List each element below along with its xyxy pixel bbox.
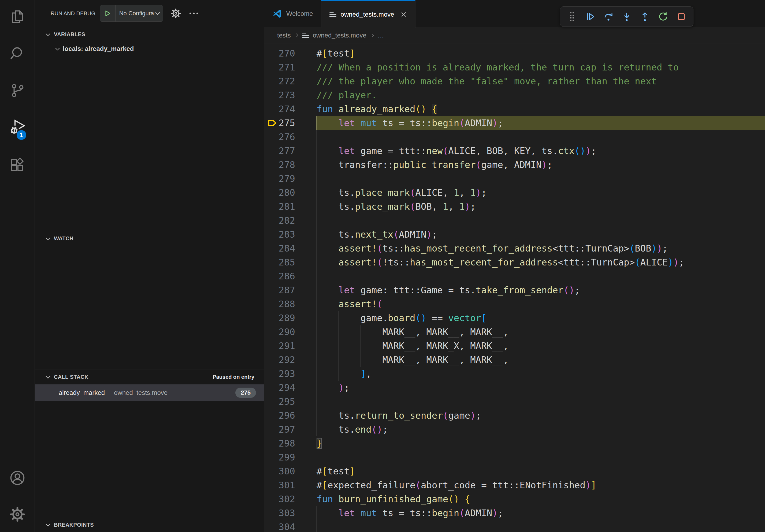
code-text[interactable]: /// the player who made the "false" move… — [317, 74, 765, 88]
source-control-icon[interactable] — [9, 82, 26, 99]
code-text[interactable]: transfer::public_transfer(game, ADMIN); — [317, 158, 765, 172]
line-number[interactable]: 280 — [264, 186, 295, 199]
gutter[interactable]: 299 — [264, 450, 317, 464]
code-text[interactable]: let mut ts = ts::begin(ADMIN); — [317, 506, 765, 520]
code-text[interactable]: game.board() == vector[ — [317, 311, 765, 325]
line-number[interactable]: 288 — [264, 297, 295, 311]
line-number[interactable]: 272 — [264, 74, 295, 88]
line-number[interactable]: 285 — [264, 255, 295, 269]
gutter[interactable]: 274 — [264, 102, 317, 116]
gutter[interactable]: 292 — [264, 353, 317, 367]
gutter[interactable]: 285 — [264, 255, 317, 269]
explorer-icon[interactable] — [9, 8, 26, 25]
stop-icon[interactable] — [675, 10, 688, 23]
code-text[interactable]: /// player. — [317, 88, 765, 102]
debug-configuration-dropdown[interactable]: No Configura — [100, 5, 164, 22]
settings-gear-icon[interactable] — [9, 506, 26, 523]
line-number[interactable]: 287 — [264, 283, 295, 297]
gutter[interactable]: 271 — [264, 60, 317, 74]
line-number[interactable]: 282 — [264, 213, 295, 227]
line-number[interactable]: 304 — [264, 520, 295, 532]
line-number[interactable]: 303 — [264, 506, 295, 520]
search-icon[interactable] — [9, 45, 26, 62]
line-number[interactable]: 274 — [264, 102, 295, 116]
gutter[interactable]: 301 — [264, 478, 317, 492]
gutter[interactable]: 284 — [264, 241, 317, 255]
code-text[interactable]: MARK__, MARK__, MARK__, — [317, 325, 765, 339]
call-stack-section-header[interactable]: CALL STACK Paused on entry — [35, 370, 264, 385]
step-into-icon[interactable] — [620, 10, 633, 23]
configure-gear-icon[interactable] — [170, 8, 182, 19]
code-text[interactable] — [317, 130, 765, 144]
code-text[interactable]: MARK__, MARK_X, MARK__, — [317, 339, 765, 353]
code-text[interactable]: assert!( — [317, 297, 765, 311]
line-number[interactable]: 302 — [264, 492, 295, 506]
code-text[interactable]: assert!(ts::has_most_recent_for_address<… — [317, 241, 765, 255]
gutter[interactable]: 294 — [264, 381, 317, 395]
gutter[interactable]: 291 — [264, 339, 317, 353]
gutter[interactable]: 279 — [264, 172, 317, 186]
gutter[interactable]: 295 — [264, 395, 317, 408]
code-text[interactable]: #[test] — [317, 464, 765, 478]
line-number[interactable]: 299 — [264, 450, 295, 464]
code-text[interactable]: ts.return_to_sender(game); — [317, 408, 765, 422]
code-text[interactable]: } — [317, 436, 765, 450]
line-number[interactable]: 278 — [264, 158, 295, 172]
code-text[interactable]: let game = ttt::new(ALICE, BOB, KEY, ts.… — [317, 144, 765, 158]
gutter[interactable]: 297 — [264, 422, 317, 436]
gutter[interactable]: 298 — [264, 436, 317, 450]
line-number[interactable]: 298 — [264, 436, 295, 450]
code-text[interactable]: #[test] — [317, 46, 765, 60]
line-number[interactable]: 295 — [264, 395, 295, 408]
code-text[interactable]: let mut ts = ts::begin(ADMIN); — [317, 116, 765, 130]
line-number[interactable]: 276 — [264, 130, 295, 144]
gutter[interactable]: 272 — [264, 74, 317, 88]
gutter[interactable]: 280 — [264, 186, 317, 199]
line-number[interactable]: 297 — [264, 422, 295, 436]
code-editor[interactable]: 270#[test]271/// When a position is alre… — [264, 43, 765, 532]
gutter[interactable]: 288 — [264, 297, 317, 311]
start-debugging-icon[interactable] — [100, 5, 116, 21]
gutter[interactable]: 276 — [264, 130, 317, 144]
gutter[interactable]: 304 — [264, 520, 317, 532]
line-number[interactable]: 296 — [264, 408, 295, 422]
gutter[interactable]: 273 — [264, 88, 317, 102]
extensions-icon[interactable] — [9, 156, 26, 173]
code-text[interactable]: fun burn_unfinished_game() { — [317, 492, 765, 506]
gutter[interactable]: 293 — [264, 367, 317, 381]
line-number[interactable]: 286 — [264, 269, 295, 283]
line-number[interactable]: 284 — [264, 241, 295, 255]
line-number[interactable]: 300 — [264, 464, 295, 478]
gripper-icon[interactable] — [565, 10, 578, 23]
line-number[interactable]: 293 — [264, 367, 295, 381]
breadcrumb-item-symbol[interactable]: … — [378, 32, 384, 39]
code-text[interactable]: let game: ttt::Game = ts.take_from_sende… — [317, 283, 765, 297]
step-out-icon[interactable] — [638, 10, 651, 23]
gutter[interactable]: 296 — [264, 408, 317, 422]
code-text[interactable] — [317, 269, 765, 283]
code-text[interactable]: ); — [317, 381, 765, 395]
gutter[interactable]: 290 — [264, 325, 317, 339]
variables-section-header[interactable]: VARIABLES — [35, 27, 264, 42]
line-number[interactable]: 273 — [264, 88, 295, 102]
breadcrumb-item-tests[interactable]: tests — [277, 32, 291, 39]
gutter[interactable]: 277 — [264, 144, 317, 158]
account-icon[interactable] — [9, 469, 26, 486]
gutter[interactable]: 283 — [264, 227, 317, 241]
line-number[interactable]: 291 — [264, 339, 295, 353]
line-number[interactable]: 270 — [264, 46, 295, 60]
line-number[interactable]: 271 — [264, 60, 295, 74]
tab-welcome[interactable]: Welcome — [264, 0, 321, 27]
watch-section-header[interactable]: WATCH — [35, 231, 264, 246]
code-text[interactable]: assert!(!ts::has_most_recent_for_address… — [317, 255, 765, 269]
code-text[interactable]: fun already_marked() { — [317, 102, 765, 116]
line-number[interactable]: 283 — [264, 227, 295, 241]
gutter[interactable]: 287 — [264, 283, 317, 297]
code-text[interactable]: ts.end(); — [317, 422, 765, 436]
code-text[interactable] — [317, 450, 765, 464]
locals-scope-row[interactable]: locals: already_marked — [35, 42, 264, 56]
restart-icon[interactable] — [657, 10, 670, 23]
code-text[interactable] — [317, 395, 765, 408]
code-text[interactable]: MARK__, MARK__, MARK__, — [317, 353, 765, 367]
tab-owned-tests[interactable]: owned_tests.move — [321, 0, 415, 28]
